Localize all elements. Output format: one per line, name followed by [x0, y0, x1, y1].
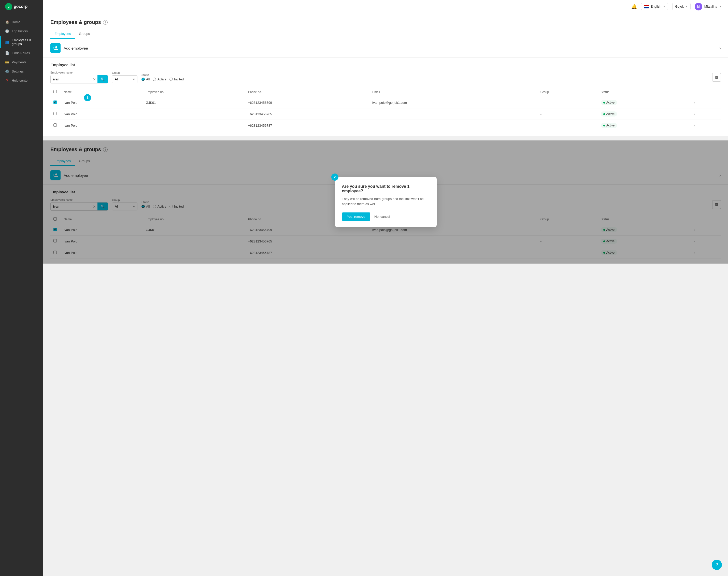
language-label: English [650, 5, 661, 8]
document-icon: 📄 [5, 51, 9, 55]
row-email [369, 108, 537, 120]
no-cancel-button[interactable]: No, cancel [373, 212, 391, 221]
row-name: Ivan Polo [61, 108, 143, 120]
th-status: Status [598, 88, 691, 97]
info-icon[interactable]: i [103, 20, 108, 25]
tab-groups[interactable]: Groups [75, 29, 94, 39]
status-active-radio[interactable]: Active [153, 77, 166, 81]
th-actions [691, 88, 721, 97]
sidebar-item-help[interactable]: ❓ Help center [0, 76, 43, 85]
status-invited-radio[interactable]: Invited [170, 77, 184, 81]
page-title: Employees & groups i [50, 19, 721, 25]
step1-badge: 1 [84, 94, 91, 101]
row-group: - [537, 108, 598, 120]
row-status: Active [598, 97, 691, 108]
group-filter-group: Group All [112, 71, 138, 83]
th-group: Group [537, 88, 598, 97]
add-employee-section[interactable]: Add employee › [43, 39, 728, 57]
sidebar-item-employees[interactable]: 👥 Employees & groups [0, 36, 43, 48]
step2-badge: 2 [331, 174, 339, 181]
settings-icon: ⚙️ [5, 69, 9, 73]
th-checkbox [50, 88, 61, 97]
table-row: Ivan Polo +628123456787 - Active › [50, 120, 721, 131]
status-filter-label: Status [142, 73, 184, 76]
sidebar-item-trip-history[interactable]: 🕐 Trip history [0, 26, 43, 36]
search-button[interactable]: 🔍 [97, 75, 108, 83]
modal-actions: Yes, remove No, cancel [342, 212, 430, 221]
row-name: Ivan Polo [61, 97, 143, 108]
row-group: - [537, 120, 598, 131]
language-selector[interactable]: English ▼ [641, 3, 668, 10]
table-row: Ivan Polo +628123456765 - Active › [50, 108, 721, 120]
notification-icon[interactable]: 🔔 [631, 4, 637, 9]
panel-bottom: Employees & groups i Employees Groups Ad… [43, 140, 728, 264]
main-layout: 🏠 Home 🕐 Trip history 👥 Employees & grou… [0, 0, 728, 266]
th-email: Email [369, 88, 537, 97]
sidebar-label-employees: Employees & groups [12, 38, 38, 46]
row-name: Ivan Polo [61, 120, 143, 131]
company-name: Gojek [675, 5, 684, 8]
row-checkbox[interactable] [53, 112, 57, 115]
company-chevron-icon: ▼ [685, 5, 688, 8]
employee-table: Name Employee no. Phone no. Email Group … [50, 88, 721, 131]
panel-header: Employees & groups i Employees Groups [43, 13, 728, 39]
user-selector[interactable]: M Mitsalina ▼ [695, 3, 722, 10]
sidebar-label-help: Help center [12, 79, 29, 82]
user-chevron-icon: ▼ [719, 5, 722, 8]
clear-search-button[interactable]: ✕ [91, 76, 97, 82]
name-filter-label: Employee's name [50, 71, 108, 74]
app-logo: g gocorp [5, 3, 28, 10]
lang-chevron-icon: ▼ [663, 5, 665, 8]
row-expand[interactable]: › [691, 120, 721, 131]
name-filter-group: Employee's name ✕ 🔍 [50, 71, 108, 83]
employee-list-title: Employee list [50, 63, 721, 67]
row-emp-no: GJK01 [143, 97, 245, 108]
yes-remove-button[interactable]: Yes, remove [342, 212, 371, 221]
add-employee-icon [50, 43, 61, 53]
user-name: Mitsalina [704, 5, 717, 8]
users-icon: 👥 [5, 40, 9, 44]
row-emp-no [143, 108, 245, 120]
row-phone: +628123456765 [245, 108, 370, 120]
confirm-remove-modal: 2 Are you sure you want to remove 1 empl… [335, 177, 437, 227]
row-status: Active [598, 120, 691, 131]
company-selector[interactable]: Gojek ▼ [672, 3, 691, 10]
th-emp-no: Employee no. [143, 88, 245, 97]
modal-body: They will be removed from groups and the… [342, 196, 430, 206]
help-circle-icon: ❓ [5, 78, 9, 82]
row-expand[interactable]: › [691, 97, 721, 108]
tab-employees[interactable]: Employees [50, 29, 75, 39]
row-phone: +628123456799 [245, 97, 370, 108]
row-group: - [537, 97, 598, 108]
card-icon: 💳 [5, 60, 9, 64]
sidebar-label-settings: Settings [12, 69, 24, 73]
sidebar-label-home: Home [12, 20, 21, 24]
row-checkbox[interactable] [53, 100, 57, 104]
tab-bar: Employees Groups [50, 29, 721, 39]
clock-icon: 🕐 [5, 29, 9, 33]
delete-selected-button[interactable] [712, 73, 721, 82]
panel-top: Employees & groups i Employees Groups Ad… [43, 13, 728, 136]
topbar-right: 🔔 English ▼ Gojek ▼ M Mitsalina ▼ [631, 3, 722, 10]
sidebar-label-limit: Limit & rules [12, 51, 30, 55]
sidebar-item-limit[interactable]: 📄 Limit & rules [0, 48, 43, 57]
add-employee-chevron: › [719, 46, 721, 51]
select-all-checkbox[interactable] [53, 90, 57, 93]
sidebar-item-payments[interactable]: 💳 Payments [0, 57, 43, 67]
group-filter-label: Group [112, 71, 138, 74]
title-text: Employees & groups [50, 19, 101, 25]
th-name: Name [61, 88, 143, 97]
status-filter-group: Status All Active Invited [142, 73, 184, 81]
row-checkbox[interactable] [53, 123, 57, 127]
sidebar-item-home[interactable]: 🏠 Home [0, 17, 43, 26]
sidebar-item-settings[interactable]: ⚙️ Settings [0, 67, 43, 76]
section-divider [43, 138, 728, 140]
search-input[interactable] [51, 76, 91, 83]
app-name: gocorp [14, 4, 28, 9]
group-select[interactable]: All [112, 75, 138, 83]
content-area: Employees & groups i Employees Groups Ad… [43, 13, 728, 266]
row-expand[interactable]: › [691, 108, 721, 120]
sidebar-logo-area: g gocorp [0, 0, 43, 13]
row-email: ivan.polo@go-jek1.com [369, 97, 537, 108]
status-all-radio[interactable]: All [142, 77, 150, 81]
